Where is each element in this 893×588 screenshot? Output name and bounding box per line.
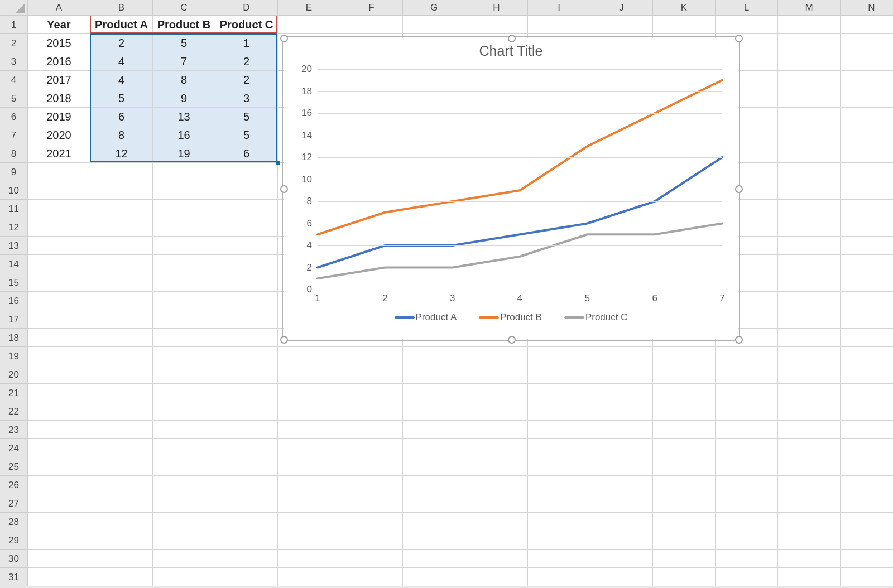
cell-F29[interactable] [340, 531, 403, 550]
cell-L21[interactable] [716, 384, 778, 402]
col-header-H[interactable]: H [465, 0, 528, 16]
cell-C6[interactable]: 13 [153, 108, 215, 126]
cell-B16[interactable] [90, 292, 153, 310]
cell-A1[interactable]: Year [28, 16, 90, 34]
row-header-28[interactable]: 28 [0, 513, 28, 531]
cell-L25[interactable] [716, 457, 778, 476]
cell-M10[interactable] [778, 181, 841, 200]
row-header-22[interactable]: 22 [0, 402, 28, 421]
cell-B7[interactable]: 8 [90, 126, 153, 144]
cell-A12[interactable] [28, 218, 90, 237]
cell-B4[interactable]: 4 [90, 71, 153, 89]
cell-D23[interactable] [215, 421, 278, 439]
cell-M30[interactable] [778, 550, 841, 568]
cell-C28[interactable] [153, 513, 215, 531]
legend-item-product-b[interactable]: Product B [479, 312, 542, 323]
legend-item-product-a[interactable]: Product A [395, 312, 457, 323]
cell-M6[interactable] [778, 108, 841, 126]
cell-L23[interactable] [716, 421, 778, 439]
cell-K22[interactable] [653, 402, 716, 421]
chart-object[interactable]: Chart Title 024681012141618201234567 Pro… [284, 38, 738, 339]
cell-E1[interactable] [278, 16, 340, 34]
row-header-18[interactable]: 18 [0, 329, 28, 347]
cell-N30[interactable] [841, 550, 893, 568]
cell-B17[interactable] [90, 310, 153, 329]
row-header-1[interactable]: 1 [0, 16, 28, 34]
cell-A7[interactable]: 2020 [28, 126, 90, 144]
cell-D4[interactable]: 2 [215, 71, 278, 89]
cell-G19[interactable] [403, 347, 465, 365]
cell-B21[interactable] [90, 384, 153, 402]
cell-F27[interactable] [340, 494, 403, 513]
cell-B23[interactable] [90, 421, 153, 439]
cell-A5[interactable]: 2018 [28, 89, 90, 108]
cell-M13[interactable] [778, 237, 841, 255]
cell-N4[interactable] [841, 71, 893, 89]
cell-M28[interactable] [778, 513, 841, 531]
chart-resize-handle[interactable] [280, 35, 288, 42]
cell-M14[interactable] [778, 255, 841, 273]
cell-G26[interactable] [403, 476, 465, 494]
row-header-5[interactable]: 5 [0, 89, 28, 108]
cell-I29[interactable] [528, 531, 590, 550]
cell-D28[interactable] [215, 513, 278, 531]
chart-resize-handle[interactable] [280, 185, 288, 193]
cell-G29[interactable] [403, 531, 465, 550]
cell-E23[interactable] [278, 421, 340, 439]
cell-K29[interactable] [653, 531, 716, 550]
cell-D30[interactable] [215, 550, 278, 568]
cell-H23[interactable] [465, 421, 528, 439]
cell-M12[interactable] [778, 218, 841, 237]
cell-D2[interactable]: 1 [215, 34, 278, 52]
row-header-16[interactable]: 16 [0, 292, 28, 310]
cell-K20[interactable] [653, 365, 716, 384]
cell-M1[interactable] [778, 16, 841, 34]
cell-C30[interactable] [153, 550, 215, 568]
cell-M7[interactable] [778, 126, 841, 144]
cell-C11[interactable] [153, 200, 215, 218]
cell-F26[interactable] [340, 476, 403, 494]
cell-B28[interactable] [90, 513, 153, 531]
cell-G31[interactable] [403, 568, 465, 586]
row-header-27[interactable]: 27 [0, 494, 28, 513]
cell-N2[interactable] [841, 34, 893, 52]
cell-I28[interactable] [528, 513, 590, 531]
cell-C22[interactable] [153, 402, 215, 421]
cell-F1[interactable] [340, 16, 403, 34]
row-header-4[interactable]: 4 [0, 71, 28, 89]
row-header-21[interactable]: 21 [0, 384, 28, 402]
row-header-3[interactable]: 3 [0, 52, 28, 71]
cell-E21[interactable] [278, 384, 340, 402]
cell-N12[interactable] [841, 218, 893, 237]
cell-L28[interactable] [716, 513, 778, 531]
cell-I20[interactable] [528, 365, 590, 384]
row-header-17[interactable]: 17 [0, 310, 28, 329]
cell-C1[interactable]: Product B [153, 16, 215, 34]
cell-A4[interactable]: 2017 [28, 71, 90, 89]
cell-E31[interactable] [278, 568, 340, 586]
cell-F23[interactable] [340, 421, 403, 439]
cell-N22[interactable] [841, 402, 893, 421]
cell-N15[interactable] [841, 273, 893, 292]
col-header-C[interactable]: C [153, 0, 215, 16]
cell-A21[interactable] [28, 384, 90, 402]
cell-B29[interactable] [90, 531, 153, 550]
cell-B24[interactable] [90, 439, 153, 457]
cell-D1[interactable]: Product C [215, 16, 278, 34]
cell-M19[interactable] [778, 347, 841, 365]
cell-N13[interactable] [841, 237, 893, 255]
cell-E25[interactable] [278, 457, 340, 476]
cell-C27[interactable] [153, 494, 215, 513]
cell-B30[interactable] [90, 550, 153, 568]
cell-K21[interactable] [653, 384, 716, 402]
cell-F31[interactable] [340, 568, 403, 586]
cell-C5[interactable]: 9 [153, 89, 215, 108]
cell-N25[interactable] [841, 457, 893, 476]
select-all-corner[interactable] [0, 0, 28, 16]
cell-G27[interactable] [403, 494, 465, 513]
cell-H25[interactable] [465, 457, 528, 476]
cell-J24[interactable] [590, 439, 653, 457]
cell-J26[interactable] [590, 476, 653, 494]
cell-D9[interactable] [215, 163, 278, 181]
cell-N16[interactable] [841, 292, 893, 310]
